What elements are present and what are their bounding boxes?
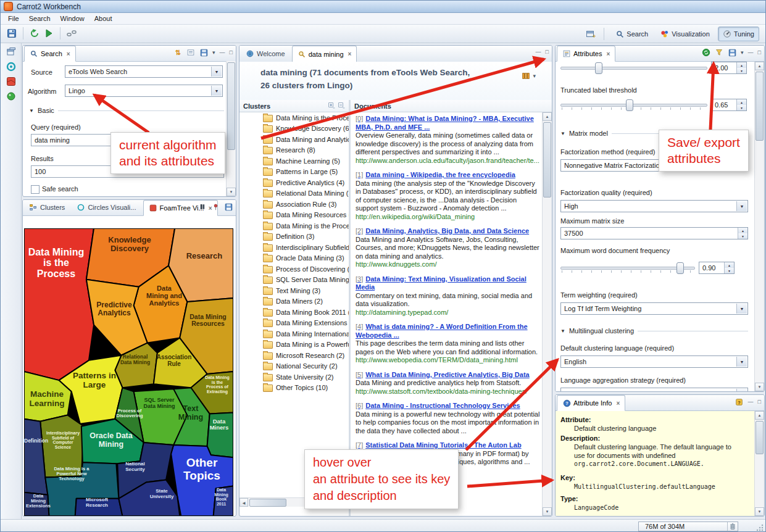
top-spinner[interactable]: 2.00 ▲▼ — [711, 62, 747, 74]
foamtree-cell[interactable] — [75, 499, 123, 516]
filter-icon[interactable] — [715, 48, 723, 57]
save-attributes-icon[interactable] — [728, 48, 736, 57]
spinner-arrows-icon[interactable]: ▲▼ — [724, 262, 734, 273]
scrollbar-vertical[interactable]: ▲ ▼ — [542, 112, 552, 516]
cluster-tree-item[interactable]: Relational Data Mining (3) — [239, 188, 349, 199]
aduna-view-icon[interactable] — [5, 90, 17, 102]
garbage-collect-button[interactable] — [727, 522, 738, 531]
scroll-down-icon[interactable]: ▼ — [755, 507, 764, 516]
document-link[interactable]: [7]Statistical Data Mining Tutorials - T… — [356, 441, 540, 450]
scroll-left-icon[interactable]: ◀ — [239, 498, 248, 507]
close-icon[interactable]: × — [67, 51, 70, 57]
maximize-icon[interactable]: □ — [758, 399, 761, 405]
layout-options-icon[interactable] — [522, 72, 530, 80]
top-slider[interactable] — [560, 62, 707, 74]
foamtree-cell[interactable] — [24, 493, 49, 516]
scroll-up-icon[interactable]: ▲ — [755, 62, 764, 70]
view-menu-icon[interactable]: ▾ — [741, 49, 744, 56]
document-url[interactable]: http://www.kdnuggets.com/ — [356, 260, 540, 269]
cluster-tree-item[interactable]: State University (2) — [239, 372, 349, 383]
max-word-doc-freq-spinner[interactable]: 0.90 ▲▼ — [699, 262, 735, 274]
document-link[interactable]: [4]What is data mining? - A Word Definit… — [356, 323, 540, 339]
cluster-tree-item[interactable]: Knowledge Discovery (6) — [239, 123, 349, 135]
scroll-up-icon[interactable]: ▲ — [543, 112, 552, 121]
tab-data-mining[interactable]: data mining × — [292, 46, 357, 62]
cluster-tree-item[interactable]: Other Topics (10) — [239, 383, 349, 394]
scrollbar-vertical[interactable]: ▲ ▼ — [754, 62, 764, 391]
menu-window[interactable]: Window — [56, 14, 90, 23]
document-link[interactable]: [1]Data mining - Wikipedia, the free enc… — [356, 171, 540, 180]
cluster-tree-item[interactable]: Microsoft Research (2) — [239, 350, 349, 361]
default-language-combo[interactable]: English ▼ — [560, 355, 748, 368]
cluster-tree-item[interactable]: Oracle Data Mining (3) — [239, 253, 349, 264]
foamtree-cell[interactable] — [24, 228, 94, 380]
maximize-icon[interactable]: □ — [546, 49, 549, 55]
cluster-tree[interactable]: Data Mining is the Process (7) Knowledge… — [239, 112, 349, 496]
help-book-icon[interactable]: ? — [735, 397, 744, 406]
collapse-all-icon[interactable] — [338, 102, 345, 110]
spinner-arrows-icon[interactable]: ▲▼ — [736, 62, 746, 73]
cluster-tree-item[interactable]: Data Mining International (2) — [239, 328, 349, 339]
scroll-down-icon[interactable]: ▼ — [755, 383, 764, 391]
foamtree-cell[interactable] — [86, 280, 148, 355]
document-url[interactable]: http://www.statsoft.com/textbook/data-mi… — [356, 388, 540, 396]
minimize-icon[interactable]: — — [748, 49, 754, 56]
menu-about[interactable]: About — [90, 14, 117, 23]
perspective-search-button[interactable]: Search — [611, 27, 652, 41]
factorization-quality-combo[interactable]: High ▼ — [560, 200, 748, 212]
algorithm-combo[interactable]: Lingo ▼ — [65, 85, 223, 97]
max-word-doc-freq-slider[interactable] — [560, 262, 695, 274]
cluster-tree-item[interactable]: Data Mining is the Process (7) — [239, 112, 349, 123]
cluster-tree-item[interactable]: Data Mining and Analytics (6) — [239, 134, 349, 145]
language-aggregation-combo[interactable]: ▼ — [560, 388, 748, 391]
cluster-tree-item[interactable]: Data Mining is a Powerful New Technology… — [239, 339, 349, 351]
foamtree-canvas[interactable]: Data Mining is the Process Knowledge Dis… — [24, 228, 233, 516]
tab-circles[interactable]: Circles Visuali... — [72, 200, 141, 215]
basic-section-header[interactable]: ▼ Basic — [29, 107, 224, 114]
cluster-tree-item[interactable]: Research (8) — [239, 145, 349, 156]
truncated-threshold-slider[interactable] — [560, 99, 707, 111]
cluster-tree-item[interactable]: National Security (2) — [239, 361, 349, 372]
close-icon[interactable]: × — [616, 400, 620, 407]
document-link[interactable]: [5]What is Data Mining, Predictive Analy… — [356, 371, 540, 380]
circles-view-icon[interactable] — [5, 60, 17, 73]
save-icon[interactable] — [224, 202, 233, 211]
document-link[interactable]: [2]Data Mining, Analytics, Big Data, and… — [356, 227, 540, 236]
link-attributes-icon[interactable]: ⇅ — [173, 48, 182, 57]
spinner-arrows-icon[interactable]: ▲▼ — [736, 99, 746, 110]
foamtree-cell[interactable] — [40, 415, 84, 478]
document-url[interactable]: http://datamining.typepad.com/ — [356, 309, 540, 317]
perspective-visualization-button[interactable]: Visualization — [656, 27, 714, 41]
document-link[interactable]: [6]Data Mining - Instructional Technolog… — [356, 402, 540, 410]
cluster-tree-item[interactable]: Data Mining Extensions (2) — [239, 318, 349, 329]
foamtree-cell[interactable] — [207, 413, 233, 458]
scrollbar-vertical[interactable]: ▲ ▼ — [754, 411, 764, 516]
cluster-tree-item[interactable]: Association Rule (3) — [239, 199, 349, 210]
scroll-up-icon[interactable]: ▲ — [755, 411, 764, 420]
save-icon[interactable] — [6, 27, 18, 39]
minimize-icon[interactable]: — — [220, 49, 225, 56]
save-icon[interactable] — [199, 48, 208, 57]
safe-search-checkbox[interactable] — [31, 185, 40, 194]
process-icon[interactable] — [28, 27, 41, 39]
cluster-tree-item[interactable]: Patterns in Large (5) — [239, 167, 349, 178]
cluster-tree-item[interactable]: SQL Server Data Mining (3) — [239, 275, 349, 286]
tab-welcome[interactable]: Welcome — [241, 46, 290, 61]
cluster-tree-item[interactable]: Definition (3) — [239, 231, 349, 243]
cluster-tree-item[interactable]: Data Mining is the Process of Extracting… — [239, 220, 349, 231]
max-matrix-size-spinner[interactable]: 37500 ▲▼ — [560, 227, 748, 239]
live-update-icon[interactable] — [702, 48, 710, 57]
cluster-tree-item[interactable]: Interdisciplinary Subfield of Computer S… — [239, 242, 349, 253]
chevron-down-icon[interactable]: ▾ — [533, 73, 536, 79]
document-link[interactable]: [0]Data Mining: What is Data Mining? - M… — [356, 115, 540, 131]
scrollbar-vertical[interactable]: ▼ — [226, 61, 236, 196]
view-menu-icon[interactable]: ▾ — [212, 49, 215, 56]
cluster-tree-item[interactable]: Text Mining (3) — [239, 285, 349, 296]
resize-grip[interactable] — [756, 523, 764, 531]
foamtree-cell[interactable] — [214, 486, 233, 516]
restore-view-icon[interactable] — [5, 46, 17, 58]
source-combo[interactable]: eTools Web Search ▼ — [65, 65, 223, 78]
open-perspective-icon[interactable]: + — [585, 28, 597, 40]
truncated-threshold-spinner[interactable]: 0.65 ▲▼ — [711, 99, 747, 111]
minimize-icon[interactable]: — — [748, 399, 754, 405]
